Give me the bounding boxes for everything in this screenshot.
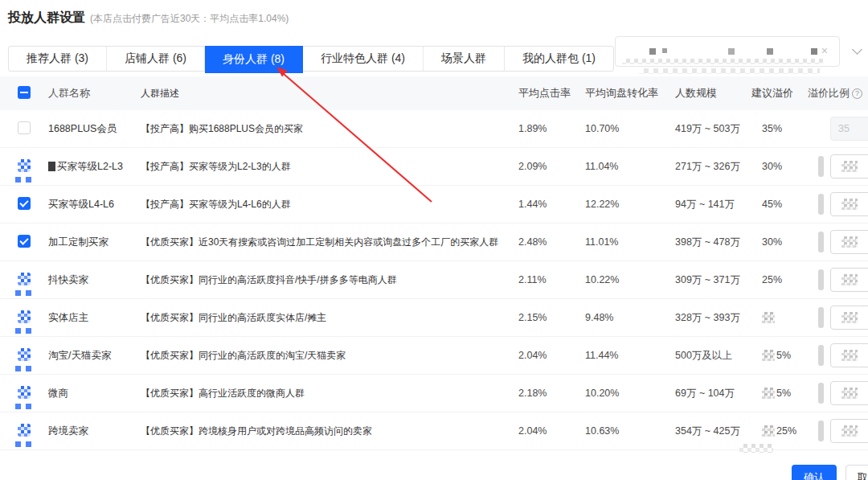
mosaic-block	[841, 350, 858, 361]
tab-industry-audience[interactable]: 行业特色人群 (4)	[303, 47, 424, 71]
column-header-name: 人群名称	[48, 86, 141, 101]
table-row: 加工定制买家 【优质买家】近30天有搜索或咨询过加工定制相关内容或询盘过多个工厂…	[0, 224, 868, 261]
audience-description: 【投产高】买家等级为L4-L6的人群	[141, 198, 518, 211]
audience-scale-value: 309万 ~ 371万	[675, 273, 751, 287]
premium-ratio-input[interactable]: %	[830, 268, 868, 292]
audience-description: 【优质买家】近30天有搜索或咨询过加工定制相关内容或询盘过多个工厂的买家人群	[141, 236, 518, 249]
chevron-down-icon[interactable]	[852, 44, 862, 55]
avg-inquiry-conversion-value: 10.20%	[585, 388, 675, 399]
premium-ratio-input[interactable]: %	[830, 381, 868, 405]
audience-name: 微商	[48, 387, 141, 400]
row-checkbox[interactable]	[18, 121, 31, 134]
select-all-checkbox[interactable]	[18, 86, 31, 99]
suggested-premium-value: 5%	[751, 388, 808, 399]
suggested-premium-text: 5%	[776, 388, 791, 399]
mosaic-block	[841, 388, 858, 399]
mosaic-block	[841, 161, 858, 172]
mosaic-block	[762, 388, 775, 399]
table-row: 微商 【优质买家】高行业活跃度的微商人群 2.18% 10.20% 69万 ~ …	[0, 375, 868, 412]
row-checkbox[interactable]	[18, 273, 31, 285]
suggested-premium-value: 35%	[751, 123, 808, 134]
row-checkbox[interactable]	[18, 386, 31, 399]
mosaic-block	[841, 199, 858, 210]
audience-description: 【优质买家】高行业活跃度的微商人群	[141, 387, 518, 400]
mosaic-block	[649, 48, 656, 55]
audience-name: 跨境卖家	[48, 425, 141, 438]
audience-description: 【优质买家】同行业的高活跃度抖音/快手/拼多多等电商人群	[141, 273, 518, 287]
premium-ratio-input[interactable]: %	[830, 343, 868, 367]
avg-inquiry-conversion-value: 11.44%	[585, 350, 675, 361]
mosaic-strip	[639, 68, 820, 74]
mosaic-block	[841, 236, 858, 248]
premium-ratio-input[interactable]: %	[830, 419, 868, 443]
row-checkbox[interactable]	[18, 159, 31, 172]
premium-ratio-input[interactable]: %	[830, 230, 868, 254]
audience-name: 淘宝/天猫卖家	[48, 349, 141, 363]
premium-ratio-label: 溢价比例	[808, 86, 850, 101]
audience-name-text: 加工定制买家	[48, 236, 108, 249]
clear-icon[interactable]: ×	[821, 44, 828, 57]
cancel-button[interactable]: 取消	[845, 465, 868, 480]
row-checkbox[interactable]	[18, 348, 31, 361]
tab-recommend-audience[interactable]: 推荐人群 (3)	[9, 47, 107, 71]
row-checkbox[interactable]	[18, 235, 31, 248]
suggested-premium-value: 30%	[751, 161, 808, 172]
premium-ratio-input[interactable]: %	[830, 306, 868, 330]
audience-name: 1688PLUS会员	[48, 122, 141, 136]
column-header-desc: 人群描述	[141, 87, 518, 101]
tab-identity-audience[interactable]: 身份人群 (8)	[205, 46, 303, 73]
confirm-button[interactable]: 确认	[792, 465, 837, 480]
tab-scene-audience[interactable]: 场景人群	[424, 47, 505, 71]
table-row: 跨境卖家 【优质买家】跨境核身用户或对跨境品高频访问的卖家 2.04% 10.6…	[0, 412, 868, 450]
audience-description: 【优质买家】跨境核身用户或对跨境品高频访问的卖家	[141, 425, 518, 438]
audience-scale-value: 500万及以上	[675, 349, 751, 363]
avg-inquiry-conversion-value: 9.48%	[585, 312, 675, 323]
column-header-scale: 人数规模	[675, 86, 751, 101]
page-subtitle: (本店点击付费广告近30天：平均点击率1.04%)	[90, 12, 289, 26]
page-header: 投放人群设置 (本店点击付费广告近30天：平均点击率1.04%)	[0, 0, 868, 27]
mosaic-block	[728, 48, 735, 55]
column-header-conversion: 平均询盘转化率	[585, 86, 675, 101]
suggested-premium-text: 30%	[762, 236, 782, 248]
audience-scale-value: 398万 ~ 478万	[675, 236, 751, 249]
info-icon[interactable]: ?	[852, 88, 862, 99]
table-row: 淘宝/天猫卖家 【优质买家】同行业的高活跃度的淘宝/天猫卖家 2.04% 11.…	[0, 337, 868, 375]
premium-ratio-input[interactable]: %	[830, 192, 868, 216]
audience-filter-redacted[interactable]: ×	[615, 36, 840, 67]
premium-ratio-input[interactable]: %	[830, 154, 868, 178]
suggested-premium-value: 30%	[751, 236, 808, 248]
avg-ctr-value: 2.18%	[518, 388, 585, 399]
premium-ratio-input[interactable]: 35 %	[830, 117, 868, 141]
audience-name-text: 实体店主	[48, 311, 88, 325]
table-row: 1688PLUS会员 【投产高】购买1688PLUS会员的买家 1.89% 10…	[0, 110, 868, 148]
mosaic-block	[841, 274, 858, 285]
avg-ctr-value: 2.11%	[518, 274, 585, 285]
row-checkbox[interactable]	[18, 197, 31, 210]
suggested-premium-text: 25%	[762, 274, 782, 285]
mosaic-block	[841, 312, 858, 323]
audience-name-text: 1688PLUS会员	[48, 122, 117, 136]
column-header-suggested-premium: 建议溢价	[751, 86, 808, 101]
mosaic-strip	[622, 59, 823, 64]
suggested-premium-value: 5%	[751, 350, 808, 361]
table-row: 实体店主 【优质买家】同行业的高活跃度实体店/摊主 2.15% 9.48% 32…	[0, 299, 868, 337]
avg-ctr-value: 2.48%	[518, 236, 585, 248]
column-header-premium-ratio: 溢价比例 ?	[808, 86, 868, 101]
suggested-premium-text: 25%	[776, 425, 796, 437]
avg-inquiry-conversion-value: 10.70%	[585, 123, 675, 134]
row-checkbox[interactable]	[18, 424, 31, 437]
audience-description: 【优质买家】同行业的高活跃度的淘宝/天猫卖家	[141, 349, 518, 363]
avg-ctr-value: 1.44%	[518, 199, 585, 210]
suggested-premium-text: 45%	[762, 199, 782, 210]
avg-ctr-value: 2.09%	[518, 161, 585, 172]
suggested-premium-value: 45%	[751, 199, 808, 210]
tab-my-audience-package[interactable]: 我的人群包 (1)	[505, 47, 613, 71]
mosaic-block	[811, 48, 817, 55]
tab-store-audience[interactable]: 店铺人群 (6)	[107, 47, 205, 71]
row-checkbox[interactable]	[18, 310, 31, 323]
table-body: 1688PLUS会员 【投产高】购买1688PLUS会员的买家 1.89% 10…	[0, 110, 868, 450]
avg-ctr-value: 2.04%	[518, 425, 585, 437]
page-title: 投放人群设置	[8, 10, 85, 27]
mosaic-block	[762, 350, 775, 361]
audience-scale-value: 419万 ~ 503万	[675, 122, 751, 136]
